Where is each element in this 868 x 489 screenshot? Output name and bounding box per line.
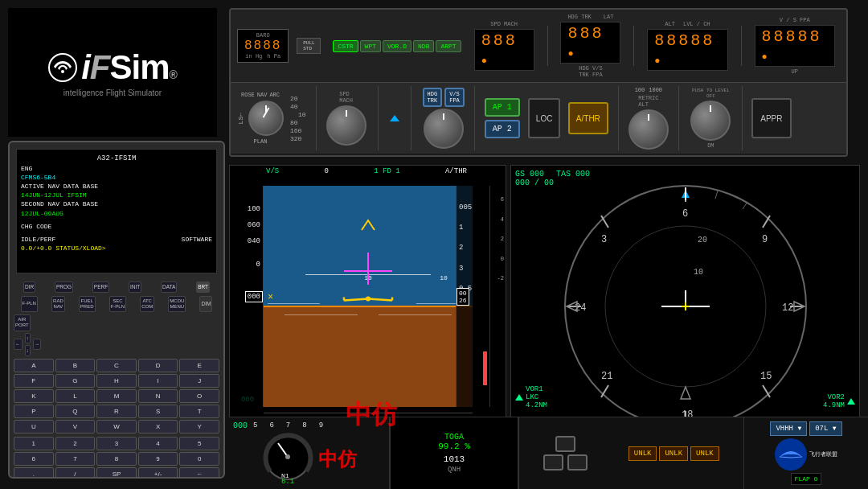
prog-btn[interactable]: PROG bbox=[55, 281, 73, 293]
key-4[interactable]: 4 bbox=[138, 437, 178, 450]
ap-buttons: AP 1 AP 2 bbox=[485, 98, 520, 138]
key-8[interactable]: 8 bbox=[96, 452, 137, 466]
pull-std-btn[interactable]: PULLSTD bbox=[297, 38, 321, 54]
key-l[interactable]: L bbox=[55, 389, 96, 403]
init-btn[interactable]: INIT bbox=[129, 281, 141, 293]
key-r[interactable]: R bbox=[96, 405, 137, 418]
key-w[interactable]: W bbox=[96, 420, 137, 434]
appr-btn[interactable]: APPR bbox=[751, 98, 792, 138]
key-h[interactable]: H bbox=[96, 374, 137, 388]
key-o[interactable]: O bbox=[179, 389, 219, 403]
spd-knob[interactable] bbox=[326, 105, 366, 146]
logo-panel: i F Sim ® intelligence Flight Simulator bbox=[8, 8, 217, 137]
down-arrow-btn[interactable]: ↓ bbox=[25, 345, 31, 356]
key-b[interactable]: B bbox=[55, 359, 96, 372]
vor1-label: VOR1 bbox=[526, 385, 547, 393]
key-m[interactable]: M bbox=[96, 389, 137, 403]
horizon-line-left bbox=[268, 303, 320, 304]
dm-label: DM bbox=[707, 142, 714, 149]
wpt-btn[interactable]: WPT bbox=[360, 40, 381, 52]
key-f[interactable]: F bbox=[14, 374, 54, 388]
key-plusminus[interactable]: +/- bbox=[138, 467, 178, 479]
key-x[interactable]: X bbox=[138, 420, 178, 434]
runway-btn[interactable]: 07L ▼ bbox=[809, 421, 841, 436]
mcdu-line-cfms: CFMS6-5B4 bbox=[21, 173, 212, 182]
brt-btn[interactable]: BRT bbox=[196, 281, 210, 293]
ap2-btn[interactable]: AP 2 bbox=[485, 120, 520, 138]
qnh-bottom: 1013 QNH bbox=[444, 454, 465, 474]
unlk-btn-3[interactable]: UNLK bbox=[690, 446, 719, 461]
key-i[interactable]: I bbox=[138, 374, 178, 388]
key-k[interactable]: K bbox=[14, 389, 54, 403]
atccom-btn[interactable]: ATCCOM bbox=[140, 296, 154, 312]
key-9[interactable]: 9 bbox=[138, 452, 178, 466]
athr-btn[interactable]: A/THR bbox=[568, 102, 608, 134]
key-1[interactable]: 1 bbox=[14, 437, 54, 450]
unlk-btn-2[interactable]: UNLK bbox=[659, 446, 688, 461]
key-c[interactable]: C bbox=[96, 359, 137, 372]
key-t[interactable]: T bbox=[179, 405, 219, 418]
key-d[interactable]: D bbox=[138, 359, 178, 372]
vor1-dist: 4.2NM bbox=[526, 401, 547, 409]
data-btn[interactable]: DATA bbox=[161, 281, 177, 293]
alt-knob[interactable] bbox=[628, 109, 669, 150]
key-dot[interactable]: . bbox=[14, 467, 54, 479]
dim-btn[interactable]: DIM bbox=[199, 296, 212, 312]
key-v[interactable]: V bbox=[55, 420, 96, 434]
vor2-label: VOR2 bbox=[823, 393, 845, 401]
vord-btn[interactable]: VOR.D bbox=[383, 40, 411, 52]
key-3[interactable]: 3 bbox=[96, 437, 137, 450]
key-7[interactable]: 7 bbox=[55, 452, 96, 466]
adf2-knob[interactable] bbox=[371, 155, 387, 157]
key-5[interactable]: 5 bbox=[179, 437, 219, 450]
fuelpred-btn[interactable]: FUELPRED bbox=[79, 296, 96, 312]
ndb-btn[interactable]: NDB bbox=[413, 40, 434, 52]
mcdu-menu-btn[interactable]: MCDUMENU bbox=[168, 296, 186, 312]
alt-tape: 005 1 2 3 0-5 0026 bbox=[456, 186, 489, 407]
svg-line-26 bbox=[743, 202, 747, 209]
key-q[interactable]: Q bbox=[55, 405, 96, 418]
adf1-knob[interactable] bbox=[286, 155, 302, 157]
key-n[interactable]: N bbox=[138, 389, 178, 403]
hdg-knob[interactable] bbox=[424, 109, 464, 149]
key-e[interactable]: E bbox=[179, 359, 219, 372]
key-0[interactable]: 0 bbox=[179, 452, 219, 466]
arpt-btn[interactable]: ARPT bbox=[436, 40, 461, 52]
key-u[interactable]: U bbox=[14, 420, 54, 434]
key-6[interactable]: 6 bbox=[14, 452, 54, 466]
china-flier-logo bbox=[775, 438, 807, 471]
radnav-btn[interactable]: RADNAV bbox=[51, 296, 65, 312]
up-arrow-btn[interactable]: ↑ bbox=[25, 333, 31, 344]
cstr-btn[interactable]: CSTR bbox=[333, 40, 358, 52]
left-arrow-btn[interactable]: ← bbox=[14, 339, 23, 350]
ap1-btn[interactable]: AP 1 bbox=[485, 98, 520, 117]
key-2[interactable]: 2 bbox=[55, 437, 96, 450]
airport-btn[interactable]: AIRPORT bbox=[14, 314, 31, 331]
key-y[interactable]: Y bbox=[179, 420, 219, 434]
key-j[interactable]: J bbox=[179, 374, 219, 388]
loc-btn[interactable]: LOC bbox=[528, 98, 560, 138]
key-a[interactable]: A bbox=[14, 359, 54, 372]
key-sp[interactable]: SP bbox=[96, 467, 137, 479]
adf2-group: ADF2 VOR2 OFF bbox=[371, 155, 440, 157]
key-p[interactable]: P bbox=[14, 405, 54, 418]
nav-knob[interactable] bbox=[248, 101, 284, 136]
right-arrow-btn[interactable]: → bbox=[33, 339, 42, 350]
perf-btn[interactable]: PERF bbox=[92, 281, 109, 293]
vs-fpa-btn[interactable]: V/SFPA bbox=[444, 88, 465, 107]
mcdu-line-second-nav: SECOND NAV DATA BASE bbox=[21, 199, 212, 208]
fd-mode-label: 1 FD 1 bbox=[374, 167, 399, 175]
unlk-btn-1[interactable]: UNLK bbox=[628, 446, 657, 461]
key-s[interactable]: S bbox=[138, 405, 178, 418]
key-slash[interactable]: / bbox=[55, 467, 96, 479]
vs-knob[interactable] bbox=[690, 101, 731, 141]
dir-btn[interactable]: DIR bbox=[23, 281, 35, 293]
plan-label: PLAN bbox=[254, 138, 268, 145]
compass-rose-svg: 6 9 12 15 18 21 24 3 10 20 bbox=[557, 178, 814, 435]
fpln-btn[interactable]: F-PLN bbox=[21, 296, 38, 312]
key-backspace[interactable]: ← bbox=[179, 467, 219, 479]
vhhh-btn[interactable]: VHHH ▼ bbox=[770, 421, 807, 436]
hdg-btn[interactable]: HDGTRK bbox=[423, 88, 443, 107]
key-g[interactable]: G bbox=[55, 374, 96, 388]
secfpln-btn[interactable]: SECF-PLN bbox=[109, 296, 126, 312]
